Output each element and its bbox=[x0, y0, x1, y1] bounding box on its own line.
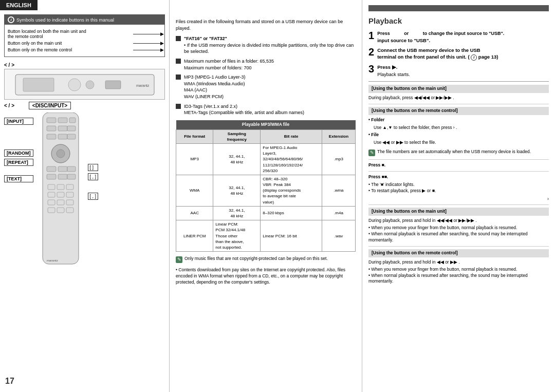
svg-rect-19 bbox=[58, 166, 67, 172]
black-square-icon-2 bbox=[176, 59, 181, 64]
svg-rect-4 bbox=[105, 81, 121, 89]
section-remote-2: [Using the buttons on the remote control… bbox=[368, 249, 549, 257]
table-header-row: File format Samplingfrequency Bit rate E… bbox=[176, 129, 356, 143]
section-formats: MP3 (MPEG-1 Audio Layer-3) WMA (Windows … bbox=[176, 74, 356, 100]
svg-rect-22 bbox=[58, 174, 67, 179]
usb-intro: Files created in the following formats a… bbox=[176, 18, 356, 31]
table-row-aac: AAC 32, 44.1,48 kHz 8–320 kbps .m4a bbox=[176, 206, 356, 220]
svg-point-3 bbox=[86, 81, 94, 89]
divider-1 bbox=[368, 81, 549, 82]
svg-rect-32 bbox=[66, 200, 73, 205]
folder-label: • Folder bbox=[368, 117, 384, 122]
file-section: • File bbox=[368, 132, 549, 138]
info-circle-icon: i bbox=[8, 16, 14, 23]
symbols-box-title: i Symbols used to indicate buttons in th… bbox=[5, 15, 164, 25]
file-label: • File bbox=[368, 132, 379, 137]
press-stop: Press ■. bbox=[368, 162, 549, 169]
label-input: [INPUT] bbox=[4, 118, 33, 125]
step-3: 3 Press ▶. Playback starts. bbox=[368, 64, 549, 78]
svg-rect-12 bbox=[67, 126, 76, 131]
svg-rect-35 bbox=[66, 208, 73, 213]
main-unit-2-text: During playback, press and hold in ◀◀/◀◀… bbox=[368, 218, 549, 224]
left-panel: i Symbols used to indicate buttons in th… bbox=[0, 0, 170, 392]
svg-rect-23 bbox=[67, 174, 76, 179]
svg-rect-28 bbox=[57, 192, 64, 197]
label-slash2: < / > <DISC/INPUT> bbox=[4, 103, 165, 108]
svg-rect-25 bbox=[57, 184, 64, 190]
right-panel: Playback 1 Press or to change the input … bbox=[362, 0, 555, 392]
note-auto-text: The file numbers are set automatically w… bbox=[377, 149, 531, 155]
playable-table: Playable MP3/WMA file File format Sampli… bbox=[176, 120, 356, 252]
main-unit-1-text: During playback, press ◀◀/◀◀ or ▶▶/▶▶ . bbox=[368, 95, 549, 101]
svg-rect-26 bbox=[66, 184, 73, 190]
svg-rect-29 bbox=[66, 192, 73, 197]
step-2-number: 2 bbox=[368, 47, 374, 57]
top-bar bbox=[368, 5, 549, 11]
max-files-line2: Maximum number of folders: 700 bbox=[184, 65, 274, 71]
arrow-icon-3: ▶ bbox=[133, 50, 161, 50]
section-max-files: Maximum number of files in a folder: 65,… bbox=[176, 58, 356, 71]
left-labels: [INPUT] [RANDOM] [REPEAT] [TEXT] bbox=[4, 113, 33, 268]
step-1-content: Press or to change the input source to "… bbox=[377, 30, 504, 44]
bracket-label-3: [ , ] bbox=[88, 193, 99, 200]
folder-text: Use ▲,▼ to select the folder, then press… bbox=[368, 125, 549, 131]
folder-section: • Folder bbox=[368, 117, 549, 123]
step-3-press: Press ▶. bbox=[377, 64, 410, 70]
arrow-icon-2: ▶ bbox=[133, 43, 161, 44]
svg-text:marantz: marantz bbox=[136, 84, 150, 87]
device-svg: marantz bbox=[13, 70, 157, 99]
note-icon-right: ✎ bbox=[368, 150, 375, 156]
header: ENGLISH bbox=[0, 0, 38, 10]
svg-rect-30 bbox=[48, 200, 55, 205]
fat-title: "FAT16" or "FAT32" bbox=[184, 35, 356, 42]
label-text: [TEXT] bbox=[4, 175, 33, 182]
playback-title: Playback bbox=[368, 15, 549, 26]
note-text-1: Only music files that are not copyright-… bbox=[184, 256, 328, 262]
step-1: 1 Press or to change the input source to… bbox=[368, 30, 549, 44]
divider-2 bbox=[368, 104, 549, 104]
black-square-icon-1 bbox=[176, 36, 181, 41]
header-lang: ENGLISH bbox=[6, 2, 31, 8]
section-tags: ID3-Tags (Ver.1.x and 2.x) META-Tags (Co… bbox=[176, 103, 356, 116]
page-ref-icon: i bbox=[471, 54, 477, 61]
svg-rect-9 bbox=[69, 118, 76, 123]
arrow-right: › bbox=[368, 196, 549, 202]
divider-3 bbox=[368, 159, 549, 160]
note-icon-1: ✎ bbox=[176, 256, 182, 263]
middle-panel: Files created in the following formats a… bbox=[170, 0, 362, 392]
remote-drawing: marantz bbox=[38, 113, 84, 267]
table-row-wma: WMA 32, 44.1,48 kHz CBR: 48–320VBR: Peak… bbox=[176, 175, 356, 206]
svg-point-17 bbox=[57, 150, 65, 158]
svg-rect-21 bbox=[47, 174, 56, 179]
symbol-row-2: Button only on the main unit ▶ bbox=[8, 41, 161, 46]
step-2-content: Connect the USB memory device to the USB… bbox=[377, 47, 498, 61]
formats-list: MP3 (MPEG-1 Audio Layer-3) WMA (Windows … bbox=[184, 74, 246, 100]
symbol-row-3: Button only on the remote control ▶ bbox=[8, 47, 161, 52]
pause-bullets: • The '■' indicator lights. • To restart… bbox=[368, 182, 549, 194]
section-main-unit-2: [Using the buttons on the main unit] bbox=[368, 208, 549, 216]
svg-text:marantz: marantz bbox=[47, 259, 58, 262]
section-remote-1: [Using the buttons on the remote control… bbox=[368, 107, 549, 115]
note-box-1: ✎ Only music files that are not copyrigh… bbox=[176, 256, 356, 263]
main-unit-2-bullets: • When you remove your finger from the b… bbox=[368, 225, 549, 244]
table-title-row: Playable MP3/WMA file bbox=[176, 120, 356, 129]
page-number: 17 bbox=[5, 377, 14, 386]
note-box-right: ✎ The file numbers are set automatically… bbox=[368, 149, 549, 156]
step-2: 2 Connect the USB memory device to the U… bbox=[368, 47, 549, 61]
remote-svg-container: marantz bbox=[38, 113, 84, 268]
black-square-icon-3 bbox=[176, 74, 181, 80]
svg-rect-34 bbox=[57, 208, 64, 213]
svg-rect-13 bbox=[47, 134, 56, 139]
symbols-box: i Symbols used to indicate buttons in th… bbox=[4, 14, 165, 57]
svg-rect-31 bbox=[57, 200, 64, 205]
section-main-unit-1: [Using the buttons on the main unit] bbox=[368, 85, 549, 93]
svg-rect-15 bbox=[67, 134, 76, 139]
file-text: Use ◀◀ or ▶▶ to select the file. bbox=[368, 140, 549, 146]
remote-2-text: During playback, press and hold in ◀◀ or… bbox=[368, 259, 549, 266]
remote-area: [INPUT] [RANDOM] [REPEAT] [TEXT] bbox=[4, 113, 165, 268]
label-disc-input: <DISC/INPUT> bbox=[29, 102, 71, 109]
section-fat: "FAT16" or "FAT32" • If the USB memory d… bbox=[176, 35, 356, 55]
device-diagram: marantz bbox=[4, 69, 165, 100]
svg-rect-24 bbox=[48, 184, 55, 190]
step-3-sub: Playback starts. bbox=[377, 71, 410, 78]
